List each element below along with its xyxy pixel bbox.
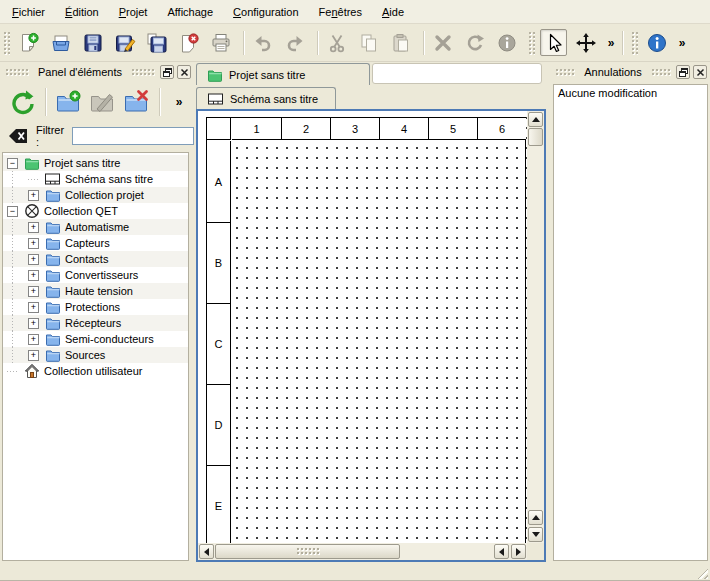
delete-button[interactable] <box>429 29 456 56</box>
save-button[interactable] <box>79 29 106 56</box>
tree-item-capteurs[interactable]: +Capteurs <box>3 235 188 251</box>
cut-button[interactable] <box>323 29 350 56</box>
tree-item-projet-sans-titre[interactable]: −Projet sans titre <box>3 155 188 171</box>
tree-item-haute-tension[interactable]: +Haute tension <box>3 283 188 299</box>
vertical-scroll-track[interactable] <box>527 146 544 509</box>
vertical-scroll-thumb[interactable] <box>528 128 543 146</box>
scroll-left-button[interactable] <box>199 544 214 559</box>
tree-item-protections[interactable]: +Protections <box>3 299 188 315</box>
rotate-button[interactable] <box>461 29 488 56</box>
open-project-button[interactable] <box>47 29 74 56</box>
tree-item-automatisme[interactable]: +Automatisme <box>3 219 188 235</box>
save-as-button[interactable] <box>111 29 138 56</box>
copy-button[interactable] <box>355 29 382 56</box>
scroll-left-button[interactable] <box>494 544 509 559</box>
tree-guide <box>3 171 24 187</box>
undo-list-item[interactable]: Aucune modification <box>554 85 707 101</box>
schema-canvas[interactable]: 123456ABCDE <box>198 111 527 543</box>
close-panel-button[interactable] <box>177 65 191 79</box>
tree-item-collection-utilisateur[interactable]: Collection utilisateur <box>3 363 188 379</box>
expander-plus-icon[interactable]: + <box>28 302 39 313</box>
grid-row-header: E <box>207 465 231 543</box>
expander-plus-icon[interactable]: + <box>28 238 39 249</box>
tree-item-collection-projet[interactable]: +Collection projet <box>3 187 188 203</box>
menu-affichage[interactable]: Affichage <box>157 3 223 21</box>
filter-input[interactable] <box>72 127 194 145</box>
tab-project[interactable]: Projet sans titre <box>196 63 370 85</box>
menu-edition[interactable]: Édition <box>55 3 109 21</box>
save-all-button[interactable] <box>143 29 170 56</box>
paste-button[interactable] <box>387 29 414 56</box>
expander-plus-icon[interactable]: + <box>28 334 39 345</box>
expander-plus-icon[interactable]: + <box>28 190 39 201</box>
expander-minus-icon[interactable]: − <box>7 158 18 169</box>
tab-schema[interactable]: Schéma sans titre <box>196 87 336 109</box>
menu-fichier[interactable]: Fichier <box>2 3 55 21</box>
tree-item-contacts[interactable]: +Contacts <box>3 251 188 267</box>
tree-item-label: Schéma sans titre <box>65 173 157 185</box>
arrow-left-icon <box>499 548 504 556</box>
close-file-button[interactable] <box>175 29 202 56</box>
undo-panel-titlebar[interactable]: Annulations <box>550 62 710 82</box>
clear-filter-icon[interactable] <box>7 127 29 145</box>
grid-column-header: 3 <box>330 118 379 140</box>
tree-item-schema-sans-titre[interactable]: Schéma sans titre <box>3 171 188 187</box>
menu-aide[interactable]: Aide <box>372 3 414 21</box>
toolbar-separator <box>317 31 319 55</box>
tree-item-semi-conducteurs[interactable]: +Semi-conducteurs <box>3 331 188 347</box>
new-category-button[interactable] <box>52 86 84 118</box>
delete-category-icon <box>123 89 149 115</box>
menu-configuration[interactable]: Configuration <box>223 3 308 21</box>
print-button[interactable] <box>207 29 234 56</box>
resize-grip[interactable] <box>695 566 708 579</box>
expander-plus-icon[interactable]: + <box>28 318 39 329</box>
toolbar-drag-handle[interactable] <box>528 31 535 55</box>
float-panel-button[interactable] <box>160 65 174 79</box>
tree-item-label: Sources <box>65 349 109 361</box>
vertical-scrollbar[interactable] <box>527 111 544 543</box>
toolbar-drag-handle[interactable] <box>3 31 10 55</box>
float-panel-button[interactable] <box>676 65 690 79</box>
redo-button[interactable] <box>281 29 308 56</box>
scroll-down-button[interactable] <box>528 527 543 542</box>
tree-guide <box>3 299 24 315</box>
redo-icon <box>284 32 306 54</box>
elements-panel-titlebar[interactable]: Panel d'éléments <box>0 62 194 82</box>
expander-plus-icon[interactable]: + <box>28 254 39 265</box>
expander-minus-icon[interactable]: − <box>7 206 18 217</box>
new-project-button[interactable] <box>15 29 42 56</box>
horizontal-scrollbar[interactable] <box>198 543 527 560</box>
workspace: Projet sans titre Schéma sans titre 1234… <box>194 62 550 563</box>
tree-guide <box>3 347 24 363</box>
horizontal-scroll-thumb[interactable] <box>215 544 400 559</box>
tree-item-convertisseurs[interactable]: +Convertisseurs <box>3 267 188 283</box>
titlebar-texture <box>131 68 155 77</box>
delete-category-button[interactable] <box>120 86 152 118</box>
scroll-up-button[interactable] <box>528 112 543 127</box>
pan-mode-button[interactable] <box>572 29 599 56</box>
expander-plus-icon[interactable]: + <box>28 270 39 281</box>
expander-plus-icon[interactable]: + <box>28 350 39 361</box>
undo-button[interactable] <box>249 29 276 56</box>
tree-item-recepteurs[interactable]: +Récepteurs <box>3 315 188 331</box>
toolbar-overflow-button[interactable]: » <box>172 95 186 109</box>
menu-fenetres[interactable]: Fenêtres <box>309 3 372 21</box>
tree-item-collection-qet[interactable]: −Collection QET <box>3 203 188 219</box>
tree-item-sources[interactable]: +Sources <box>3 347 188 363</box>
expander-plus-icon[interactable]: + <box>28 286 39 297</box>
close-panel-button[interactable] <box>693 65 707 79</box>
element-info-button[interactable] <box>493 29 520 56</box>
reload-collections-button[interactable] <box>6 86 38 118</box>
toolbar-overflow-button[interactable]: » <box>604 36 618 50</box>
scroll-right-button[interactable] <box>511 544 526 559</box>
expander-plus-icon[interactable]: + <box>28 222 39 233</box>
tree-guide <box>24 171 44 187</box>
scroll-up-button[interactable] <box>528 510 543 525</box>
toolbar-overflow-button[interactable]: » <box>675 36 689 50</box>
horizontal-scroll-track[interactable] <box>400 543 493 560</box>
diagram-info-button[interactable] <box>643 29 670 56</box>
toolbar-drag-handle[interactable] <box>631 31 638 55</box>
select-mode-button[interactable] <box>540 29 567 56</box>
edit-category-button[interactable] <box>86 86 118 118</box>
menu-projet[interactable]: Projet <box>109 3 158 21</box>
